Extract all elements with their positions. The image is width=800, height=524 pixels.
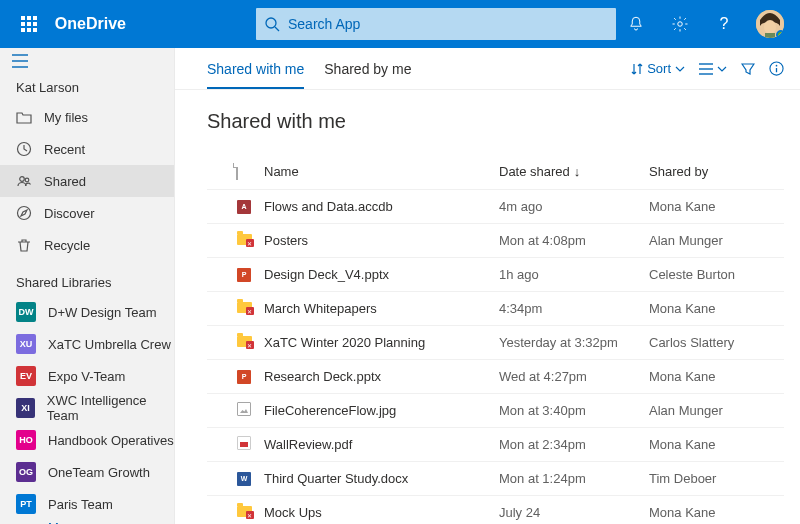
clock-icon: [16, 141, 32, 157]
library-item[interactable]: EVExpo V-Team: [0, 360, 174, 392]
help-button[interactable]: ?: [704, 0, 744, 48]
nav-item-myfiles[interactable]: My files: [0, 101, 174, 133]
details-pane-button[interactable]: [769, 61, 784, 76]
top-bar: OneDrive ?: [0, 0, 800, 48]
nav-item-shared[interactable]: Shared: [0, 165, 174, 197]
svg-point-10: [20, 177, 25, 182]
library-label: XaTC Umbrella Crew: [48, 337, 171, 352]
library-label: D+W Design Team: [48, 305, 157, 320]
file-name[interactable]: Flows and Data.accdb: [263, 189, 498, 223]
table-row[interactable]: WThird Quarter Study.docxMon at 1:24pmTi…: [207, 461, 784, 495]
library-item[interactable]: XUXaTC Umbrella Crew: [0, 328, 174, 360]
library-tile-icon: XI: [16, 398, 35, 418]
table-row[interactable]: AFlows and Data.accdb4m agoMona Kane: [207, 189, 784, 223]
nav-item-recycle[interactable]: Recycle: [0, 229, 174, 261]
library-tile-icon: DW: [16, 302, 36, 322]
file-date-shared: Mon at 3:40pm: [498, 393, 648, 427]
sort-button[interactable]: Sort: [631, 61, 685, 76]
file-date-shared: Mon at 2:34pm: [498, 427, 648, 461]
sort-desc-icon: ↓: [574, 164, 581, 179]
file-type-icon: ✕: [235, 325, 263, 359]
pivot-shared-by-me[interactable]: Shared by me: [324, 48, 411, 89]
filter-button[interactable]: [741, 62, 755, 76]
file-name[interactable]: Mock Ups: [263, 495, 498, 524]
pivot-shared-with-me[interactable]: Shared with me: [207, 48, 304, 89]
current-user-label: Kat Larson: [0, 74, 174, 101]
library-item[interactable]: DWD+W Design Team: [0, 296, 174, 328]
compass-icon: [16, 205, 32, 221]
nav-item-label: Recycle: [44, 238, 90, 253]
svg-point-12: [18, 207, 31, 220]
file-date-shared: Mon at 4:08pm: [498, 223, 648, 257]
search-box[interactable]: [256, 8, 616, 40]
svg-rect-5: [765, 33, 775, 38]
chevron-down-icon: [675, 64, 685, 74]
library-tile-icon: HO: [16, 430, 36, 450]
file-type-icon: ✕: [235, 223, 263, 257]
library-item[interactable]: PTParis Team: [0, 488, 174, 520]
column-header-name[interactable]: Name: [263, 155, 498, 189]
table-row[interactable]: ✕PostersMon at 4:08pmAlan Munger: [207, 223, 784, 257]
notifications-button[interactable]: [616, 0, 656, 48]
library-tile-icon: EV: [16, 366, 36, 386]
file-name[interactable]: Third Quarter Study.docx: [263, 461, 498, 495]
library-tile-icon: OG: [16, 462, 36, 482]
settings-button[interactable]: [660, 0, 700, 48]
file-name[interactable]: Design Deck_V4.pptx: [263, 257, 498, 291]
files-table: Name Date shared↓ Shared by AFlows and D…: [207, 155, 784, 524]
nav-item-discover[interactable]: Discover: [0, 197, 174, 229]
file-shared-by: Alan Munger: [648, 223, 784, 257]
app-launcher-button[interactable]: [8, 0, 51, 48]
library-tile-icon: PT: [16, 494, 36, 514]
column-header-filetype[interactable]: [235, 155, 263, 189]
search-input[interactable]: [288, 16, 616, 32]
file-type-icon: [235, 427, 263, 461]
file-icon: [236, 163, 238, 180]
nav-item-recent[interactable]: Recent: [0, 133, 174, 165]
nav-toggle-button[interactable]: [0, 54, 40, 68]
table-header-row: Name Date shared↓ Shared by: [207, 155, 784, 189]
column-header-date[interactable]: Date shared↓: [498, 155, 648, 189]
recycle-icon: [16, 237, 32, 253]
library-item[interactable]: OGOneTeam Growth: [0, 456, 174, 488]
table-row[interactable]: ✕March Whitepapers4:34pmMona Kane: [207, 291, 784, 325]
nav-item-label: Discover: [44, 206, 95, 221]
table-row[interactable]: PResearch Deck.pptxWed at 4:27pmMona Kan…: [207, 359, 784, 393]
more-libraries-link[interactable]: More: [0, 520, 174, 524]
search-icon: [256, 16, 288, 32]
svg-line-1: [275, 27, 279, 31]
question-icon: ?: [720, 15, 729, 33]
filter-icon: [741, 62, 755, 76]
file-name[interactable]: FileCoherenceFlow.jpg: [263, 393, 498, 427]
column-header-sharedby[interactable]: Shared by: [648, 155, 784, 189]
gear-icon: [671, 15, 689, 33]
file-name[interactable]: March Whitepapers: [263, 291, 498, 325]
file-name[interactable]: Research Deck.pptx: [263, 359, 498, 393]
left-navigation: Kat Larson My filesRecentSharedDiscoverR…: [0, 48, 175, 524]
file-type-icon: P: [235, 257, 263, 291]
chevron-down-icon: [717, 64, 727, 74]
file-name[interactable]: Posters: [263, 223, 498, 257]
info-icon: [769, 61, 784, 76]
view-options-button[interactable]: [699, 63, 727, 75]
table-row[interactable]: ✕Mock UpsJuly 24Mona Kane: [207, 495, 784, 524]
bell-icon: [627, 15, 645, 33]
table-row[interactable]: ✕XaTC Winter 2020 PlanningYesterday at 3…: [207, 325, 784, 359]
sort-label: Sort: [647, 61, 671, 76]
svg-point-2: [678, 22, 683, 27]
file-date-shared: July 24: [498, 495, 648, 524]
table-row[interactable]: FileCoherenceFlow.jpgMon at 3:40pmAlan M…: [207, 393, 784, 427]
library-item[interactable]: HOHandbook Operatives: [0, 424, 174, 456]
table-row[interactable]: PDesign Deck_V4.pptx1h agoCeleste Burton: [207, 257, 784, 291]
column-header-date-label: Date shared: [499, 164, 570, 179]
svg-point-11: [25, 178, 29, 182]
file-shared-by: Mona Kane: [648, 495, 784, 524]
library-item[interactable]: XIXWC Intelligence Team: [0, 392, 174, 424]
account-avatar[interactable]: [756, 10, 784, 38]
table-row[interactable]: WallReview.pdfMon at 2:34pmMona Kane: [207, 427, 784, 461]
presence-indicator: [776, 30, 784, 38]
command-bar: Shared with me Shared by me Sort: [175, 48, 800, 90]
file-name[interactable]: XaTC Winter 2020 Planning: [263, 325, 498, 359]
library-label: Paris Team: [48, 497, 113, 512]
file-name[interactable]: WallReview.pdf: [263, 427, 498, 461]
